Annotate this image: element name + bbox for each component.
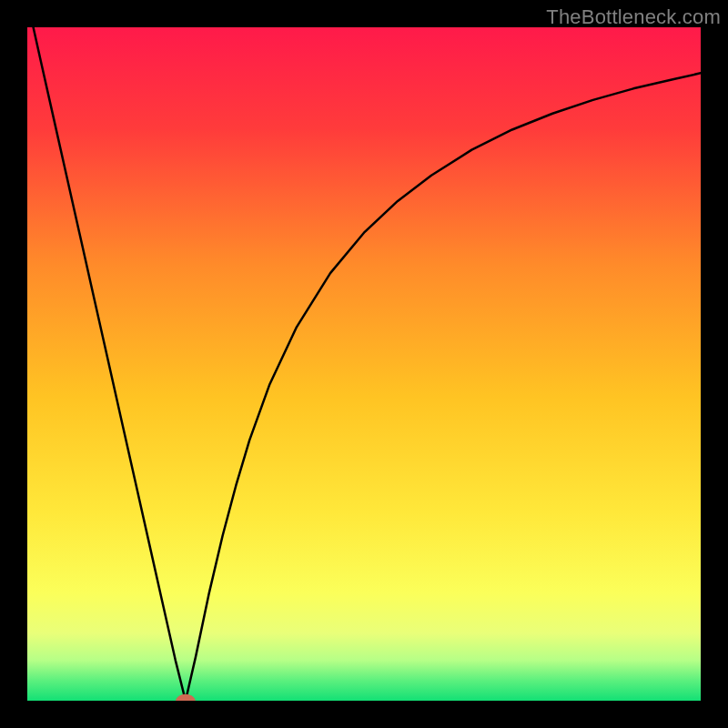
plot-area <box>27 27 701 701</box>
chart-frame: TheBottleneck.com <box>0 0 728 728</box>
watermark-text: TheBottleneck.com <box>546 5 721 29</box>
gradient-background <box>27 27 701 701</box>
chart-svg <box>27 27 701 701</box>
